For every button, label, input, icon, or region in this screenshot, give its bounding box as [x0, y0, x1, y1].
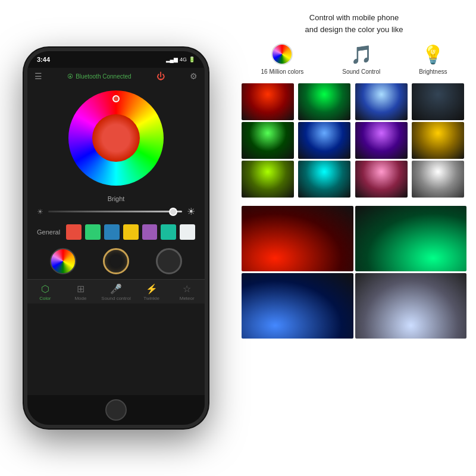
mode-white[interactable] [103, 248, 129, 274]
thumb-blue2 [298, 122, 350, 159]
mode-nav-icon: ⊞ [77, 283, 84, 295]
thumb-red [242, 83, 294, 120]
home-button[interactable] [105, 399, 127, 421]
thumb-lime [242, 161, 294, 198]
color-wheel-feature-icon [271, 43, 293, 65]
right-panel: Control with mobile phoneand design the … [232, 0, 476, 476]
left-panel: 3:44 ▂▄▆ 4G 🔋 ☰ ⦿ Bluetooth Connected ⏻ … [0, 0, 232, 476]
nav-mode[interactable]: ⊞ Mode [63, 283, 99, 301]
hamburger-icon[interactable]: ☰ [35, 71, 42, 81]
color-wheel-container[interactable] [27, 84, 205, 192]
sun-large-icon: ☀ [187, 206, 195, 217]
color-nav-icon: ⬡ [41, 283, 49, 295]
brightness-label: Brightness [419, 68, 447, 75]
music-icon: 🎵 [350, 44, 372, 65]
colors-label: 16 Million colors [261, 68, 304, 75]
time-display: 3:44 [37, 56, 50, 63]
thumb-yellow [412, 122, 464, 159]
brightness-slider[interactable] [48, 211, 182, 212]
swatch-red[interactable] [66, 224, 82, 240]
swatch-white[interactable] [180, 224, 195, 240]
wheel-selector [112, 95, 120, 102]
tagline: Control with mobile phoneand design the … [242, 12, 466, 35]
home-button-area [27, 395, 205, 425]
feature-colors: 16 Million colors [261, 43, 304, 75]
brightness-section: Bright ☀ ☀ [27, 192, 205, 221]
features-row: 16 Million colors 🎵 Sound Control 💡 Brig… [242, 43, 466, 75]
general-section: General [27, 221, 205, 243]
swatch-blue[interactable] [104, 224, 120, 240]
thumb-green2 [242, 122, 294, 159]
slider-row: ☀ ☀ [37, 206, 195, 217]
sun-small-icon: ☀ [37, 208, 43, 216]
phone-mockup: 3:44 ▂▄▆ 4G 🔋 ☰ ⦿ Bluetooth Connected ⏻ … [24, 48, 208, 428]
sound-nav-icon: 🎤 [110, 283, 122, 295]
signal-display: ▂▄▆ 4G 🔋 [166, 57, 195, 62]
swatch-cyan[interactable] [161, 224, 176, 240]
thumb-blue-light [355, 83, 408, 120]
nav-color[interactable]: ⬡ Color [27, 283, 63, 301]
twinkle-nav-label: Twinkle [143, 296, 159, 301]
bluetooth-icon: ⦿ [67, 73, 73, 80]
slider-thumb [169, 208, 177, 216]
mode-selectors [27, 243, 205, 279]
twinkle-nav-icon: ⚡ [146, 283, 158, 295]
fiber-white-thumb [355, 273, 467, 339]
app-screen: ☰ ⦿ Bluetooth Connected ⏻ ⚙ Bright ☀ [27, 68, 205, 395]
bluetooth-status: ⦿ Bluetooth Connected [67, 73, 131, 80]
general-label: General [37, 228, 60, 236]
meteor-nav-icon: ☆ [183, 283, 191, 295]
swatch-purple[interactable] [142, 224, 158, 240]
nav-sound[interactable]: 🎤 Sound control [98, 283, 134, 301]
swatch-green[interactable] [85, 224, 101, 240]
nav-meteor[interactable]: ☆ Meteor [169, 283, 205, 301]
mode-dark[interactable] [156, 248, 182, 274]
color-nav-label: Color [39, 296, 51, 301]
bottom-grid [242, 206, 466, 339]
thumb-dark [412, 83, 464, 120]
meteor-nav-label: Meteor [180, 296, 195, 301]
bulb-icon: 💡 [422, 44, 444, 65]
color-grid [242, 83, 466, 198]
fiber-green-thumb [355, 206, 467, 271]
nav-twinkle[interactable]: ⚡ Twinkle [134, 283, 170, 301]
settings-icon[interactable]: ⚙ [190, 71, 198, 81]
status-bar: 3:44 ▂▄▆ 4G 🔋 [27, 51, 205, 68]
power-button[interactable]: ⏻ [156, 71, 165, 81]
swatch-yellow[interactable] [123, 224, 139, 240]
bluetooth-label: Bluetooth Connected [76, 73, 131, 80]
thumb-green [298, 83, 350, 120]
thumb-pink [355, 161, 408, 198]
sound-nav-label: Sound control [101, 296, 130, 301]
bottom-nav: ⬡ Color ⊞ Mode 🎤 Sound control ⚡ Twinkle… [27, 279, 205, 303]
thumb-white [412, 161, 464, 198]
mode-nav-label: Mode [74, 296, 86, 301]
battery-icon: 🔋 [189, 57, 195, 62]
bright-label: Bright [37, 195, 195, 202]
thumb-cyan [298, 161, 350, 198]
fiber-blue-thumb [242, 273, 353, 339]
app-header: ☰ ⦿ Bluetooth Connected ⏻ ⚙ [27, 68, 205, 84]
color-wheel[interactable] [68, 90, 164, 186]
fiber-red-thumb [242, 206, 353, 271]
signal-bars: ▂▄▆ [166, 57, 178, 62]
thumb-purple [355, 122, 408, 159]
feature-sound: 🎵 Sound Control [342, 44, 380, 75]
mode-rainbow[interactable] [50, 248, 76, 274]
feature-brightness: 💡 Brightness [419, 44, 447, 75]
sound-label: Sound Control [342, 68, 380, 75]
network-type: 4G [180, 57, 187, 62]
